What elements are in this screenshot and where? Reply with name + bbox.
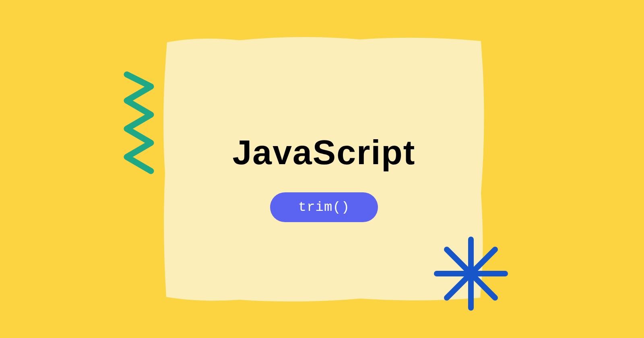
asterisk-icon xyxy=(431,233,511,314)
zigzag-icon xyxy=(119,68,163,185)
main-title: JavaScript xyxy=(232,132,415,172)
method-badge: trim() xyxy=(270,192,378,222)
